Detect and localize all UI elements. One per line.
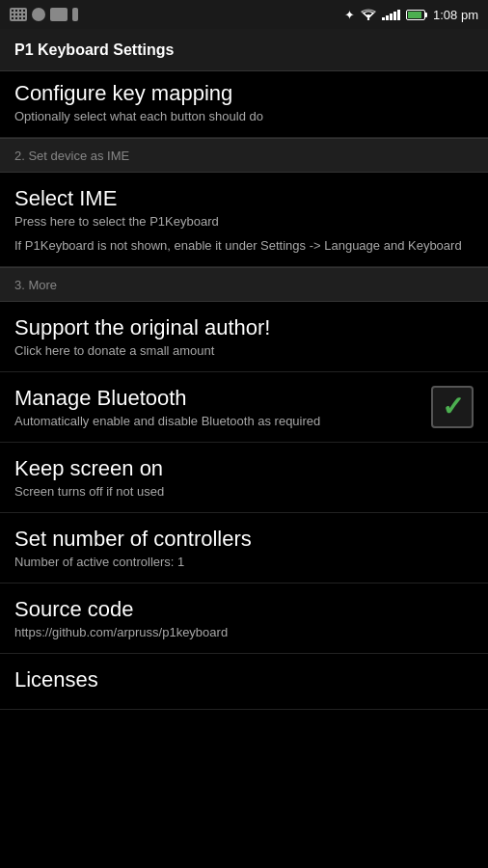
source-code-item[interactable]: Source code https://github.com/arpruss/p… bbox=[0, 583, 488, 654]
notif-icon-1 bbox=[10, 8, 27, 21]
status-bar: ✦ 1:08 pm bbox=[0, 0, 488, 29]
keep-screen-on-title: Keep screen on bbox=[14, 456, 474, 481]
select-ime-title: Select IME bbox=[14, 186, 474, 211]
set-number-of-controllers-subtitle: Number of active controllers: 1 bbox=[14, 555, 474, 569]
wifi-icon bbox=[361, 9, 376, 20]
section-header-more: 3. More bbox=[0, 267, 488, 302]
licenses-title: Licenses bbox=[14, 667, 474, 692]
manage-bluetooth-checkbox[interactable]: ✓ bbox=[431, 386, 474, 428]
licenses-item[interactable]: Licenses bbox=[0, 654, 488, 710]
configure-key-mapping-title: Configure key mapping bbox=[14, 81, 474, 106]
select-ime-hint: If P1Keyboard is not shown, enable it un… bbox=[14, 238, 474, 253]
manage-bluetooth-item[interactable]: Manage Bluetooth Automatically enable an… bbox=[0, 372, 488, 443]
notification-icons bbox=[10, 8, 78, 21]
status-time: 1:08 pm bbox=[433, 8, 478, 22]
configure-key-mapping-subtitle: Optionally select what each button shoul… bbox=[14, 109, 474, 123]
checkbox-check-icon: ✓ bbox=[442, 393, 464, 420]
support-author-item[interactable]: Support the original author! Click here … bbox=[0, 302, 488, 372]
section-header-set-device: 2. Set device as IME bbox=[0, 138, 488, 173]
select-ime-subtitle: Press here to select the P1Keyboard bbox=[14, 214, 474, 229]
configure-key-mapping-item[interactable]: Configure key mapping Optionally select … bbox=[0, 71, 488, 138]
set-number-of-controllers-title: Set number of controllers bbox=[14, 527, 474, 552]
title-bar: P1 Keyboard Settings bbox=[0, 29, 488, 71]
notif-icon-2 bbox=[32, 8, 45, 21]
svg-point-0 bbox=[367, 18, 369, 20]
section-header-more-text: 3. More bbox=[14, 278, 57, 292]
manage-bluetooth-content: Manage Bluetooth Automatically enable an… bbox=[14, 386, 431, 428]
source-code-title: Source code bbox=[14, 597, 474, 622]
manage-bluetooth-subtitle: Automatically enable and disable Bluetoo… bbox=[14, 414, 431, 428]
set-number-of-controllers-item[interactable]: Set number of controllers Number of acti… bbox=[0, 513, 488, 583]
keep-screen-on-subtitle: Screen turns off if not used bbox=[14, 484, 474, 499]
notif-icon-3 bbox=[50, 8, 68, 21]
section-header-set-device-text: 2. Set device as IME bbox=[14, 149, 129, 163]
battery-icon bbox=[406, 10, 427, 20]
manage-bluetooth-title: Manage Bluetooth bbox=[14, 386, 431, 411]
source-code-subtitle: https://github.com/arpruss/p1keyboard bbox=[14, 625, 474, 639]
keep-screen-on-item[interactable]: Keep screen on Screen turns off if not u… bbox=[0, 443, 488, 513]
signal-icon bbox=[382, 10, 400, 20]
status-bar-right: ✦ 1:08 pm bbox=[344, 8, 478, 22]
select-ime-item[interactable]: Select IME Press here to select the P1Ke… bbox=[0, 173, 488, 267]
support-author-subtitle: Click here to donate a small amount bbox=[14, 343, 474, 358]
page-title: P1 Keyboard Settings bbox=[14, 41, 174, 59]
support-author-title: Support the original author! bbox=[14, 315, 474, 340]
notif-icon-4 bbox=[72, 8, 78, 21]
bluetooth-icon: ✦ bbox=[344, 8, 355, 22]
